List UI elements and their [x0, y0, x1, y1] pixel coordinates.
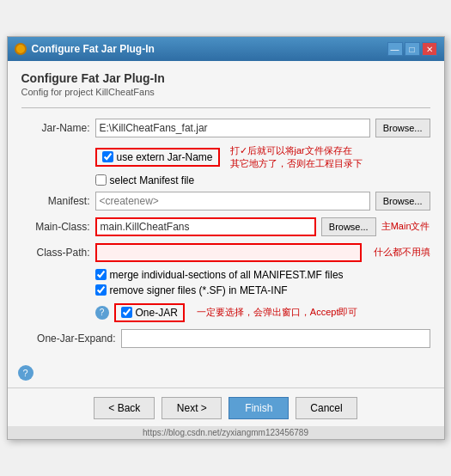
- jar-name-row: Jar-Name: Browse...: [21, 119, 430, 137]
- main-class-input[interactable]: [95, 217, 316, 236]
- class-path-annotation: 什么都不用填: [374, 246, 430, 259]
- footer-url: https://blog.csdn.net/zyxiangmm123456789: [143, 428, 308, 437]
- manifest-input[interactable]: [95, 192, 370, 211]
- divider: [21, 107, 430, 108]
- next-button[interactable]: Next >: [162, 397, 222, 419]
- one-jar-help-icon[interactable]: ?: [95, 306, 109, 320]
- close-button[interactable]: ✕: [422, 42, 437, 56]
- manifest-label: Manifest:: [21, 195, 90, 207]
- maximize-button[interactable]: □: [405, 42, 420, 56]
- use-extern-checkbox-highlight: use extern Jar-Name: [95, 148, 220, 167]
- manifest-row: Manifest: Browse...: [21, 192, 430, 211]
- use-extern-checkbox[interactable]: [102, 151, 113, 162]
- merge-label: merge individual-sections of all MANIFES…: [110, 269, 344, 281]
- dialog-title: Configure Fat Jar Plug-In: [21, 71, 430, 85]
- title-bar-left: Configure Fat Jar Plug-In: [15, 43, 155, 55]
- main-class-annotation: 主Main文件: [381, 220, 430, 233]
- one-jar-row: ? One-JAR 一定要选择，会弹出窗口，Accept即可: [95, 303, 430, 322]
- window-title: Configure Fat Jar Plug-In: [32, 43, 155, 55]
- signer-row: remove signer files (*.SF) in META-INF: [95, 284, 430, 296]
- back-button[interactable]: < Back: [94, 397, 155, 419]
- dialog-subtitle: Config for project KillCheatFans: [21, 87, 430, 97]
- select-manifest-checkbox[interactable]: [95, 174, 107, 186]
- merge-checkbox[interactable]: [95, 269, 107, 280]
- one-jar-checkbox[interactable]: [121, 307, 132, 318]
- button-bar: < Back Next > Finish Cancel: [8, 388, 444, 426]
- browse-manifest-button[interactable]: Browse...: [375, 192, 430, 211]
- select-manifest-label: select Manifest file: [110, 174, 195, 186]
- select-manifest-row: select Manifest file: [95, 174, 430, 186]
- class-path-row: Class-Path: 什么都不用填: [21, 243, 430, 262]
- expand-label: One-Jar-Expand:: [21, 333, 116, 345]
- browse-main-button[interactable]: Browse...: [321, 217, 376, 236]
- signer-label: remove signer files (*.SF) in META-INF: [110, 284, 288, 296]
- one-jar-label: One-JAR: [136, 307, 178, 319]
- signer-checkbox[interactable]: [95, 284, 107, 296]
- minimize-button[interactable]: —: [387, 42, 403, 56]
- main-window: Configure Fat Jar Plug-In — □ ✕ Configur…: [7, 36, 445, 440]
- dialog-content: Configure Fat Jar Plug-In Config for pro…: [8, 61, 444, 365]
- expand-input[interactable]: [121, 329, 430, 348]
- help-button[interactable]: ?: [18, 365, 34, 381]
- use-extern-label: use extern Jar-Name: [117, 151, 213, 163]
- main-class-label: Main-Class:: [21, 221, 90, 233]
- bottom-area: ?: [8, 365, 444, 384]
- jar-name-label: Jar-Name:: [21, 122, 90, 134]
- title-buttons: — □ ✕: [387, 42, 437, 56]
- footer-bar: https://blog.csdn.net/zyxiangmm123456789: [8, 426, 444, 439]
- app-icon: [15, 43, 27, 55]
- one-jar-annotation: 一定要选择，会弹出窗口，Accept即可: [197, 306, 358, 319]
- expand-row: One-Jar-Expand:: [21, 329, 430, 348]
- class-path-label: Class-Path:: [21, 247, 90, 259]
- title-bar: Configure Fat Jar Plug-In — □ ✕: [8, 37, 444, 61]
- merge-row: merge individual-sections of all MANIFES…: [95, 269, 430, 281]
- main-class-row: Main-Class: Browse... 主Main文件: [21, 217, 430, 236]
- cancel-button[interactable]: Cancel: [296, 397, 357, 419]
- use-extern-row: use extern Jar-Name 打✓后就可以将jar文件保存在其它地方了…: [95, 144, 430, 169]
- extern-annotation: 打✓后就可以将jar文件保存在其它地方了，否则在工程目录下: [230, 144, 363, 169]
- browse-jar-button[interactable]: Browse...: [375, 119, 430, 137]
- finish-button[interactable]: Finish: [229, 397, 289, 419]
- jar-name-input[interactable]: [95, 119, 370, 137]
- one-jar-checkbox-highlight: One-JAR: [114, 303, 185, 322]
- class-path-input[interactable]: [95, 243, 362, 262]
